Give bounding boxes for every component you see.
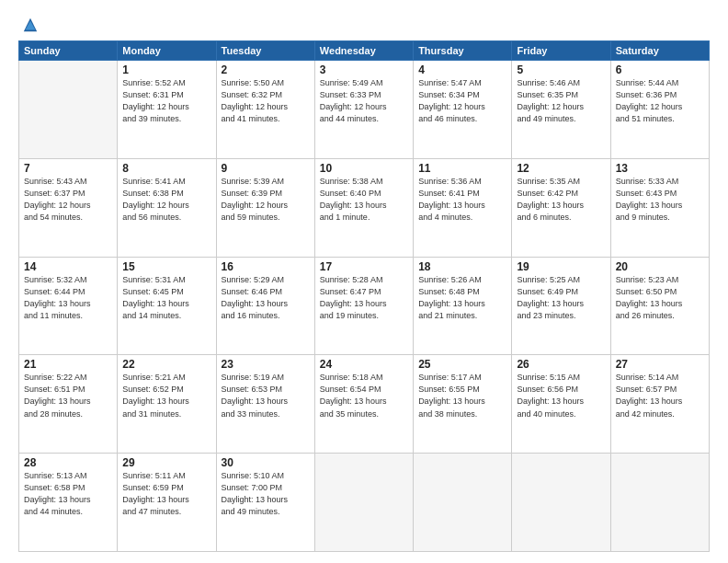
day-info: Sunrise: 5:39 AMSunset: 6:39 PMDaylight:…: [222, 176, 310, 224]
day-number: 30: [222, 456, 310, 469]
calendar-cell: 3Sunrise: 5:49 AMSunset: 6:33 PMDaylight…: [314, 61, 413, 159]
day-info: Sunrise: 5:47 AMSunset: 6:34 PMDaylight:…: [418, 77, 506, 125]
calendar-cell: [414, 454, 512, 552]
day-number: 18: [418, 260, 506, 273]
calendar-cell: 18Sunrise: 5:26 AMSunset: 6:48 PMDayligh…: [414, 257, 512, 355]
day-number: 10: [320, 162, 408, 175]
calendar-cell: 6Sunrise: 5:44 AMSunset: 6:36 PMDaylight…: [610, 61, 709, 159]
calendar-table: SundayMondayTuesdayWednesdayThursdayFrid…: [18, 40, 710, 552]
day-info: Sunrise: 5:46 AMSunset: 6:35 PMDaylight:…: [517, 77, 605, 125]
day-info: Sunrise: 5:26 AMSunset: 6:48 PMDaylight:…: [418, 274, 506, 322]
day-header: Friday: [512, 41, 610, 61]
calendar-cell: 19Sunrise: 5:25 AMSunset: 6:49 PMDayligh…: [512, 257, 610, 355]
day-header: Wednesday: [314, 41, 413, 61]
day-info: Sunrise: 5:13 AMSunset: 6:58 PMDaylight:…: [24, 470, 112, 518]
day-number: 14: [24, 260, 112, 273]
day-info: Sunrise: 5:49 AMSunset: 6:33 PMDaylight:…: [320, 77, 408, 125]
day-info: Sunrise: 5:19 AMSunset: 6:53 PMDaylight:…: [222, 372, 310, 419]
day-number: 26: [517, 358, 605, 371]
day-header: Thursday: [414, 41, 512, 61]
day-info: Sunrise: 5:52 AMSunset: 6:31 PMDaylight:…: [122, 77, 210, 125]
calendar-cell: 29Sunrise: 5:11 AMSunset: 6:59 PMDayligh…: [118, 454, 216, 552]
day-info: Sunrise: 5:23 AMSunset: 6:50 PMDaylight:…: [616, 274, 704, 322]
day-info: Sunrise: 5:50 AMSunset: 6:32 PMDaylight:…: [222, 77, 310, 125]
calendar-cell: 28Sunrise: 5:13 AMSunset: 6:58 PMDayligh…: [19, 454, 118, 552]
logo-icon: [22, 17, 39, 33]
calendar-cell: 1Sunrise: 5:52 AMSunset: 6:31 PMDaylight…: [118, 61, 216, 159]
day-number: 11: [418, 162, 506, 175]
calendar-cell: 5Sunrise: 5:46 AMSunset: 6:35 PMDaylight…: [512, 61, 610, 159]
calendar-cell: 11Sunrise: 5:36 AMSunset: 6:41 PMDayligh…: [414, 158, 512, 257]
calendar-cell: 13Sunrise: 5:33 AMSunset: 6:43 PMDayligh…: [610, 158, 709, 257]
calendar-cell: 30Sunrise: 5:10 AMSunset: 7:00 PMDayligh…: [216, 454, 314, 552]
day-number: 20: [616, 260, 704, 273]
day-info: Sunrise: 5:32 AMSunset: 6:44 PMDaylight:…: [24, 274, 112, 322]
day-number: 13: [616, 162, 704, 175]
day-number: 22: [122, 358, 210, 371]
day-number: 23: [222, 358, 310, 371]
day-number: 21: [24, 358, 112, 371]
day-info: Sunrise: 5:25 AMSunset: 6:49 PMDaylight:…: [517, 274, 605, 322]
calendar-cell: 25Sunrise: 5:17 AMSunset: 6:55 PMDayligh…: [414, 355, 512, 454]
calendar-cell: 27Sunrise: 5:14 AMSunset: 6:57 PMDayligh…: [610, 355, 709, 454]
day-info: Sunrise: 5:15 AMSunset: 6:56 PMDaylight:…: [517, 372, 605, 419]
day-number: 28: [24, 456, 112, 469]
calendar-cell: 17Sunrise: 5:28 AMSunset: 6:47 PMDayligh…: [314, 257, 413, 355]
day-info: Sunrise: 5:36 AMSunset: 6:41 PMDaylight:…: [418, 176, 506, 224]
day-header: Monday: [118, 41, 216, 61]
day-number: 9: [222, 162, 310, 175]
day-number: 12: [517, 162, 605, 175]
day-number: 27: [616, 358, 704, 371]
day-info: Sunrise: 5:43 AMSunset: 6:37 PMDaylight:…: [24, 176, 112, 224]
header: [18, 17, 710, 33]
day-info: Sunrise: 5:22 AMSunset: 6:51 PMDaylight:…: [24, 372, 112, 419]
day-number: 3: [320, 63, 408, 76]
calendar-cell: 7Sunrise: 5:43 AMSunset: 6:37 PMDaylight…: [19, 158, 118, 257]
day-info: Sunrise: 5:10 AMSunset: 7:00 PMDaylight:…: [222, 470, 310, 518]
calendar-cell: 22Sunrise: 5:21 AMSunset: 6:52 PMDayligh…: [118, 355, 216, 454]
day-number: 29: [122, 456, 210, 469]
day-header: Sunday: [19, 41, 118, 61]
day-info: Sunrise: 5:35 AMSunset: 6:42 PMDaylight:…: [517, 176, 605, 224]
calendar-cell: 9Sunrise: 5:39 AMSunset: 6:39 PMDaylight…: [216, 158, 314, 257]
calendar-cell: 2Sunrise: 5:50 AMSunset: 6:32 PMDaylight…: [216, 61, 314, 159]
day-number: 16: [222, 260, 310, 273]
day-info: Sunrise: 5:28 AMSunset: 6:47 PMDaylight:…: [320, 274, 408, 322]
day-info: Sunrise: 5:14 AMSunset: 6:57 PMDaylight:…: [616, 372, 704, 419]
day-number: 1: [122, 63, 210, 76]
calendar-cell: 10Sunrise: 5:38 AMSunset: 6:40 PMDayligh…: [314, 158, 413, 257]
day-info: Sunrise: 5:41 AMSunset: 6:38 PMDaylight:…: [122, 176, 210, 224]
day-number: 8: [122, 162, 210, 175]
calendar-cell: 21Sunrise: 5:22 AMSunset: 6:51 PMDayligh…: [19, 355, 118, 454]
calendar-cell: 26Sunrise: 5:15 AMSunset: 6:56 PMDayligh…: [512, 355, 610, 454]
logo-text: [18, 17, 39, 33]
calendar-cell: 15Sunrise: 5:31 AMSunset: 6:45 PMDayligh…: [118, 257, 216, 355]
day-number: 2: [222, 63, 310, 76]
page: SundayMondayTuesdayWednesdayThursdayFrid…: [0, 0, 728, 563]
calendar-cell: [314, 454, 413, 552]
day-number: 15: [122, 260, 210, 273]
calendar-cell: 24Sunrise: 5:18 AMSunset: 6:54 PMDayligh…: [314, 355, 413, 454]
calendar-cell: 23Sunrise: 5:19 AMSunset: 6:53 PMDayligh…: [216, 355, 314, 454]
day-info: Sunrise: 5:11 AMSunset: 6:59 PMDaylight:…: [122, 470, 210, 518]
calendar-cell: 4Sunrise: 5:47 AMSunset: 6:34 PMDaylight…: [414, 61, 512, 159]
day-info: Sunrise: 5:29 AMSunset: 6:46 PMDaylight:…: [222, 274, 310, 322]
day-number: 4: [418, 63, 506, 76]
calendar-cell: 8Sunrise: 5:41 AMSunset: 6:38 PMDaylight…: [118, 158, 216, 257]
day-info: Sunrise: 5:21 AMSunset: 6:52 PMDaylight:…: [122, 372, 210, 419]
calendar-cell: 12Sunrise: 5:35 AMSunset: 6:42 PMDayligh…: [512, 158, 610, 257]
logo: [18, 17, 39, 33]
day-header: Tuesday: [216, 41, 314, 61]
day-info: Sunrise: 5:33 AMSunset: 6:43 PMDaylight:…: [616, 176, 704, 224]
day-number: 19: [517, 260, 605, 273]
day-number: 5: [517, 63, 605, 76]
day-info: Sunrise: 5:18 AMSunset: 6:54 PMDaylight:…: [320, 372, 408, 419]
day-number: 24: [320, 358, 408, 371]
day-info: Sunrise: 5:38 AMSunset: 6:40 PMDaylight:…: [320, 176, 408, 224]
day-header: Saturday: [610, 41, 709, 61]
calendar-cell: [19, 61, 118, 159]
calendar-cell: [610, 454, 709, 552]
day-number: 7: [24, 162, 112, 175]
calendar-cell: [512, 454, 610, 552]
calendar-cell: 14Sunrise: 5:32 AMSunset: 6:44 PMDayligh…: [19, 257, 118, 355]
